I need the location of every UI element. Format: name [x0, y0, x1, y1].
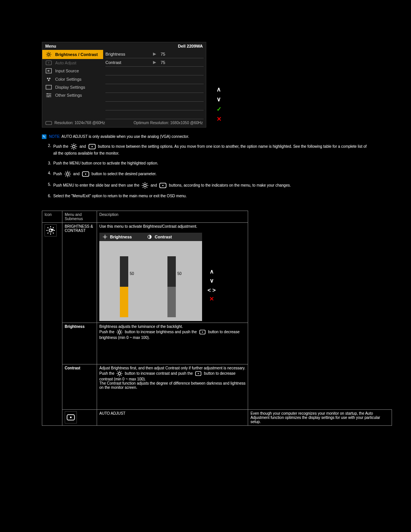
svg-point-12 [47, 78, 48, 79]
svg-point-33 [91, 146, 92, 147]
svg-line-53 [147, 183, 147, 184]
svg-point-14 [48, 80, 49, 81]
auto-adjust-icon [159, 183, 167, 188]
svg-line-78 [118, 334, 118, 334]
svg-line-28 [72, 144, 72, 145]
resolution-icon [45, 121, 52, 125]
osd-row-contrast[interactable]: Contrast ▶ 75 [105, 58, 204, 67]
brightness-icon [102, 234, 108, 240]
menu-item-input-source[interactable]: Input Source [42, 67, 103, 75]
svg-rect-15 [46, 85, 52, 89]
brightness-icon [141, 182, 149, 189]
osd-side-buttons: ∧ ∨ ✓ ✕ [213, 84, 224, 124]
step-6: Select the "Menu/Exit" option to return … [48, 193, 369, 199]
step-2: Push the and buttons to move between the… [48, 143, 369, 157]
brightness-icon [116, 370, 123, 377]
triangle-right-icon: ▶ [153, 60, 161, 65]
input-source-icon [45, 68, 52, 73]
osd-menu: Menu Dell 2209WA Brightness / Contrast A… [42, 42, 206, 128]
svg-line-8 [50, 53, 50, 53]
svg-line-39 [65, 172, 66, 173]
osd-row-brightness[interactable]: Brightness ▶ 75 [105, 50, 204, 58]
note: ✎ NOTE: AUTO ADJUST is only available wh… [42, 134, 369, 139]
brightness-icon [64, 170, 72, 178]
svg-line-76 [118, 330, 118, 331]
down-button[interactable]: ∨ [213, 94, 224, 104]
auto-adjust-icon [88, 144, 96, 149]
svg-line-40 [69, 176, 70, 176]
svg-point-20 [49, 95, 51, 96]
svg-point-82 [118, 372, 121, 375]
row-desc: Use this menu to activate Brightness/Con… [99, 224, 245, 228]
foot-right: Optimum Resolution: 1680x1050 @60Hz [134, 121, 203, 125]
auto-adjust-icon [194, 371, 202, 376]
th-desc: Description [97, 211, 248, 223]
svg-line-89 [118, 375, 118, 376]
svg-point-45 [144, 184, 147, 187]
color-settings-icon [45, 77, 52, 82]
svg-line-30 [72, 148, 72, 149]
svg-line-79 [121, 330, 122, 331]
up-button[interactable]: ∧ [207, 267, 217, 276]
menu-item-brightness[interactable]: Brightness / Contrast [42, 50, 103, 59]
auto-adjust-icon [81, 171, 90, 177]
svg-point-44 [85, 173, 86, 174]
brightness-icon [45, 51, 52, 58]
row-menu: AUTO ADJUST [97, 410, 248, 426]
close-button[interactable]: ✕ [207, 294, 217, 304]
svg-line-31 [75, 144, 76, 145]
menu-label: Brightness / Contrast [55, 52, 98, 57]
svg-point-13 [49, 78, 51, 79]
menu-label: Input Source [55, 69, 79, 73]
close-button[interactable]: ✕ [213, 114, 224, 124]
auto-adjust-icon [65, 411, 77, 423]
down-button[interactable]: ∨ [207, 276, 217, 285]
options-table: Icon Menu and Submenus Description BRIGH… [42, 211, 392, 426]
contrast-icon [147, 234, 152, 240]
svg-line-90 [121, 372, 122, 372]
step-4: Push and button to select the desired pa… [48, 170, 369, 178]
menu-item-display-settings[interactable]: Display Settings [42, 83, 103, 91]
ok-button[interactable]: ✓ [213, 104, 224, 114]
svg-point-10 [48, 62, 49, 64]
svg-line-87 [118, 372, 118, 372]
svg-line-29 [75, 148, 76, 149]
svg-point-71 [118, 331, 121, 333]
svg-line-7 [47, 56, 47, 56]
up-button[interactable]: ∧ [213, 84, 224, 94]
foot-left: Resolution: 1024x768 @60Hz [54, 121, 105, 125]
left-right-button[interactable]: < > [207, 285, 217, 294]
svg-rect-22 [46, 121, 52, 125]
th-icon: Icon [42, 211, 62, 223]
row-menu: BRIGHTNESS & CONTRAST [62, 223, 97, 323]
svg-line-52 [143, 187, 143, 188]
menu-item-color-settings[interactable]: Color Settings [42, 75, 103, 83]
menu-item-other-settings[interactable]: Other Settings [42, 91, 103, 99]
svg-line-6 [50, 56, 50, 56]
osd-title-left: Menu [45, 44, 56, 48]
th-menu: Menu and Submenus [62, 211, 97, 223]
auto-adjust-icon [45, 61, 52, 65]
menu-label: Color Settings [55, 77, 81, 81]
svg-line-63 [48, 233, 48, 233]
svg-point-21 [48, 96, 49, 97]
row-desc: Even though your computer recognizes you… [248, 410, 392, 426]
osd-title-right: Dell 2209WA [178, 44, 203, 48]
svg-line-5 [47, 53, 47, 53]
menu-label: Auto Adjust [55, 61, 76, 65]
brightness-icon [45, 224, 57, 236]
menu-item-auto-adjust[interactable]: Auto Adjust [42, 59, 103, 67]
svg-point-55 [162, 185, 164, 186]
menu-label: Display Settings [55, 85, 85, 89]
svg-point-65 [104, 236, 106, 238]
svg-point-23 [73, 145, 75, 148]
auto-adjust-icon [199, 330, 206, 334]
brightness-icon [70, 143, 78, 150]
triangle-right-icon: ▶ [153, 51, 161, 56]
svg-line-88 [121, 375, 122, 376]
svg-line-51 [147, 187, 147, 188]
svg-point-34 [66, 173, 69, 176]
svg-line-64 [53, 227, 54, 228]
svg-point-81 [202, 332, 203, 333]
row-menu: Brightness [62, 323, 97, 364]
